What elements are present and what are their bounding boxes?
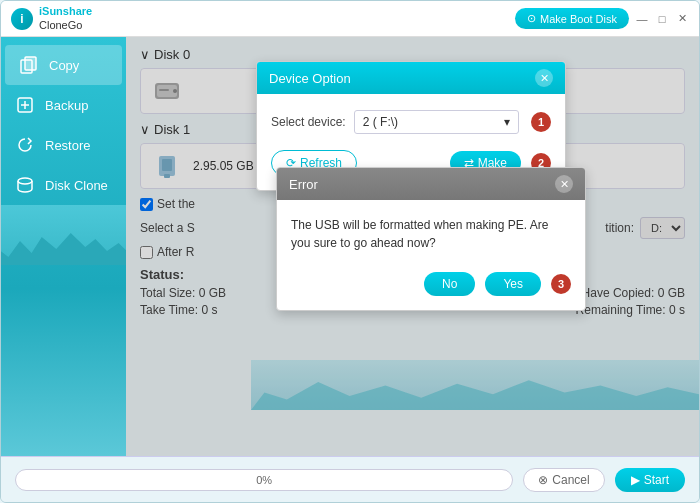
sidebar-restore-label: Restore: [45, 138, 91, 153]
diskclone-icon: [15, 175, 35, 195]
app-name-2: CloneGo: [39, 19, 92, 32]
restore-icon: [15, 135, 35, 155]
play-icon: ▶: [631, 473, 640, 487]
error-message: The USB will be formatted when making PE…: [291, 216, 571, 252]
cancel-button[interactable]: ⊗ Cancel: [523, 468, 604, 492]
content-area: ∨ Disk 0 ∨: [126, 37, 699, 456]
no-button[interactable]: No: [424, 272, 475, 296]
error-footer: No Yes 3: [291, 272, 571, 296]
device-select[interactable]: 2 ( F:\) ▾: [354, 110, 519, 134]
sidebar-item-diskclone[interactable]: Disk Clone: [1, 165, 126, 205]
app-window: i iSunshare CloneGo ⊙ Make Boot Disk — □…: [0, 0, 700, 503]
device-option-close[interactable]: ✕: [535, 69, 553, 87]
sidebar: Copy Backup: [1, 37, 126, 456]
title-bar-actions: ⊙ Make Boot Disk — □ ✕: [515, 8, 689, 29]
close-button[interactable]: ✕: [675, 12, 689, 26]
svg-point-5: [18, 178, 32, 184]
error-dialog: Error ✕ The USB will be formatted when m…: [276, 167, 586, 311]
cd-icon: ⊙: [527, 12, 536, 25]
step1-badge: 1: [531, 112, 551, 132]
make-boot-disk-button[interactable]: ⊙ Make Boot Disk: [515, 8, 629, 29]
sidebar-item-backup[interactable]: Backup: [1, 85, 126, 125]
device-option-title: Device Option: [269, 71, 351, 86]
sidebar-item-copy[interactable]: Copy: [5, 45, 122, 85]
bottom-bar: 0% ⊗ Cancel ▶ Start: [1, 456, 699, 502]
start-button[interactable]: ▶ Start: [615, 468, 685, 492]
logo-icon: i: [11, 8, 33, 30]
app-name-1: iSunshare: [39, 5, 92, 18]
maximize-button[interactable]: □: [655, 12, 669, 26]
sidebar-diskclone-label: Disk Clone: [45, 178, 108, 193]
device-option-header: Device Option ✕: [257, 62, 565, 94]
progress-text: 0%: [256, 474, 272, 486]
error-close[interactable]: ✕: [555, 175, 573, 193]
svg-rect-1: [25, 57, 36, 70]
progress-container: 0%: [15, 469, 513, 491]
backup-icon: [15, 95, 35, 115]
cancel-icon: ⊗: [538, 473, 548, 487]
main-layout: Copy Backup: [1, 37, 699, 456]
device-value: 2 ( F:\): [363, 115, 398, 129]
app-logo: i iSunshare CloneGo: [11, 5, 92, 31]
error-title: Error: [289, 177, 318, 192]
error-header: Error ✕: [277, 168, 585, 200]
sidebar-copy-label: Copy: [49, 58, 79, 73]
chevron-down-icon: ▾: [504, 115, 510, 129]
sidebar-item-restore[interactable]: Restore: [1, 125, 126, 165]
copy-icon: [19, 55, 39, 75]
error-body: The USB will be formatted when making PE…: [277, 200, 585, 310]
select-device-label: Select device:: [271, 115, 346, 129]
title-bar: i iSunshare CloneGo ⊙ Make Boot Disk — □…: [1, 1, 699, 37]
step3-badge: 3: [551, 274, 571, 294]
sidebar-landscape: [1, 205, 126, 265]
yes-button[interactable]: Yes: [485, 272, 541, 296]
minimize-button[interactable]: —: [635, 12, 649, 26]
select-device-row: Select device: 2 ( F:\) ▾ 1: [271, 110, 551, 134]
sidebar-backup-label: Backup: [45, 98, 88, 113]
